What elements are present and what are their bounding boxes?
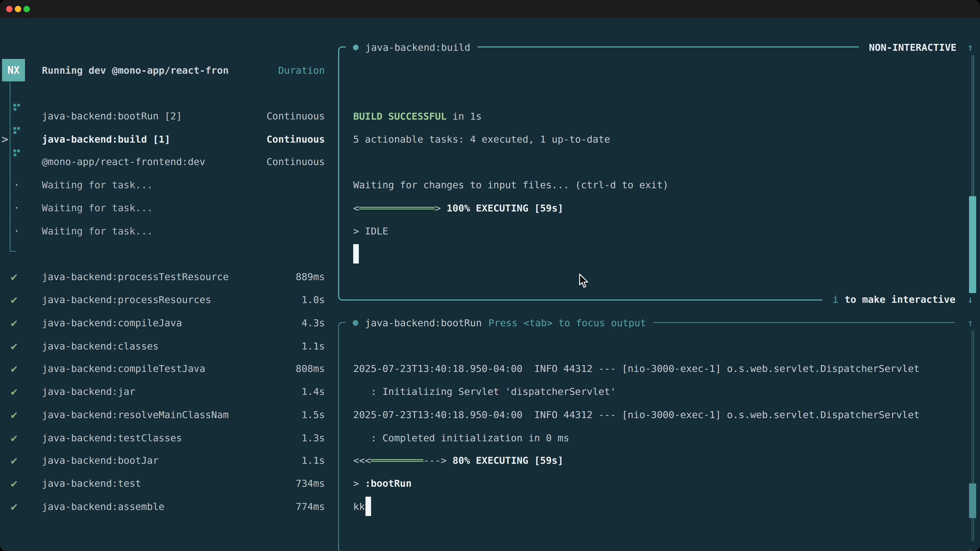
task-row[interactable]: java-backend:build [1]Continuous [42, 128, 325, 151]
close-window-button[interactable] [6, 6, 13, 12]
task-row[interactable]: Waiting for task... [42, 173, 325, 197]
task-duration: 889ms [296, 265, 325, 288]
tui-screen: NX Running dev @mono-app/react-fron Dura… [0, 18, 980, 551]
task-row[interactable]: @mono-app/react-frontend:devContinuous [42, 150, 325, 173]
bootrun-output-line: : Initializing Servlet 'dispatcherServle… [353, 380, 616, 403]
task-running-spinner-icon [13, 149, 21, 157]
task-duration: Continuous [266, 128, 325, 151]
interactive-hint-text: to make interactive [845, 294, 956, 305]
scroll-down-icon[interactable]: ↓ [965, 546, 975, 551]
task-row[interactable]: java-backend:assemble774ms [42, 495, 325, 518]
scroll-up-icon[interactable]: ↑ [965, 42, 975, 53]
non-interactive-badge: NON-INTERACTIVE [869, 42, 956, 53]
bootrun-output-segment: :bootRun [365, 478, 412, 489]
terminal-cursor [353, 244, 359, 264]
task-label: @mono-app/react-frontend:dev [42, 150, 205, 173]
bootrun-output-line: : Completed initialization in 0 ms [353, 427, 569, 449]
task-row[interactable]: java-backend:resolveMainClassNam1.5s [42, 403, 325, 426]
task-duration: 1.3s [301, 427, 325, 449]
task-label: java-backend:resolveMainClassNam [42, 403, 229, 426]
task-running-spinner-icon [13, 127, 21, 135]
task-success-check-icon: ✔ [11, 380, 18, 403]
task-row[interactable]: Waiting for task... [42, 220, 325, 243]
task-label: java-backend:bootJar [42, 449, 159, 472]
task-status-bullet-icon [353, 320, 358, 326]
scrollbar-thumb[interactable] [969, 483, 976, 518]
bootrun-output-segment: kk [353, 501, 365, 512]
task-label: java-backend:assemble [42, 495, 164, 518]
task-duration: 1.5s [301, 403, 325, 426]
pane-bootrun-title-text: java-backend:bootRun [365, 318, 482, 329]
task-success-check-icon: ✔ [11, 472, 18, 495]
mouse-cursor [578, 274, 589, 289]
task-label: java-backend:testClasses [42, 427, 182, 449]
task-row[interactable]: java-backend:testClasses1.3s [42, 427, 325, 449]
task-row[interactable]: java-backend:bootRun [2]Continuous [42, 105, 325, 127]
task-label: java-backend:classes [42, 335, 159, 358]
task-row[interactable]: java-backend:processResources1.0s [42, 288, 325, 311]
bootrun-output-line: 2025-07-23T13:40:18.950-04:00 INFO 44312… [353, 357, 920, 380]
build-output-segment: Waiting for changes to input files... (c… [353, 179, 668, 191]
pane-build-footer-hint: i to make interactive ↓ [822, 291, 977, 308]
window-titlebar[interactable] [0, 0, 980, 18]
bootrun-output-segment: > [353, 478, 365, 489]
task-duration: 1.0s [301, 288, 325, 311]
bootrun-output-line: 2025-07-23T13:40:18.950-04:00 INFO 44312… [353, 403, 920, 426]
pane-bootrun-title: java-backend:bootRun Press <tab> to focu… [345, 315, 653, 330]
nx-logo: NX [2, 59, 25, 81]
task-duration: 1.1s [301, 335, 325, 358]
build-output-line: 5 actionable tasks: 4 executed, 1 up-to-… [353, 128, 610, 151]
task-label: java-backend:compileTestJava [42, 357, 205, 380]
sidebar-header: Running dev @mono-app/react-fron Duratio… [42, 59, 325, 82]
minimize-window-button[interactable] [15, 6, 21, 12]
task-label: Waiting for task... [42, 197, 153, 219]
scrollbar-thumb[interactable] [969, 196, 976, 293]
bootrun-output-segment: 80% EXECUTING [59s] [452, 455, 563, 466]
task-running-spinner-icon [13, 104, 21, 111]
task-duration: Continuous [266, 150, 325, 173]
task-row[interactable]: Waiting for task... [42, 197, 325, 219]
task-row[interactable]: java-backend:classes1.1s [42, 335, 325, 358]
interactive-key[interactable]: i [832, 294, 838, 305]
focus-output-hint: Press <tab> to focus output [488, 318, 646, 329]
task-label: java-backend:build [1] [42, 128, 170, 151]
task-success-check-icon: ✔ [11, 449, 18, 472]
task-duration: 4.3s [301, 311, 325, 334]
build-output-segment: ═════════════ [359, 203, 435, 214]
bootrun-output-segment: ═════════ [371, 455, 423, 466]
scroll-up-icon[interactable]: ↑ [965, 318, 975, 329]
build-output-segment: < [353, 203, 359, 214]
task-success-check-icon: ✔ [11, 357, 18, 380]
task-label: java-backend:compileJava [42, 311, 182, 334]
duration-column-header: Duration [278, 59, 325, 82]
build-output-segment: 5 actionable tasks: 4 executed, 1 up-to-… [353, 134, 610, 145]
bootrun-output-line: kk [353, 495, 365, 518]
bootrun-output-segment: : Completed initialization in 0 ms [353, 432, 569, 444]
bootrun-output-segment: ---> [423, 455, 452, 466]
task-duration: 1.4s [301, 380, 325, 403]
maximize-window-button[interactable] [24, 6, 30, 12]
build-output-segment: 100% EXECUTING [59s] [447, 203, 563, 214]
scroll-down-icon[interactable]: ↓ [965, 294, 975, 305]
task-row[interactable]: java-backend:compileTestJava808ms [42, 357, 325, 380]
terminal-window: NX Running dev @mono-app/react-fron Dura… [0, 0, 980, 551]
task-row[interactable]: java-backend:test734ms [42, 472, 325, 495]
pane-build-title-text: java-backend:build [365, 42, 470, 53]
task-group-bracket [10, 81, 11, 252]
bootrun-output-line: <<<═════════---> 80% EXECUTING [59s] [353, 449, 563, 472]
task-row[interactable]: java-backend:processTestResource889ms [42, 265, 325, 288]
task-duration: 774ms [296, 495, 325, 518]
keybinding-hints: quit: q help: ? [42, 541, 325, 551]
task-label: java-backend:jar [42, 380, 135, 403]
build-output-segment: > IDLE [353, 225, 388, 237]
task-label: Waiting for task... [42, 173, 153, 197]
bootrun-output-segment: : Initializing Servlet 'dispatcherServle… [353, 386, 616, 397]
build-output-line: BUILD SUCCESSFUL in 1s [353, 105, 482, 128]
task-success-check-icon: ✔ [11, 427, 18, 449]
task-row[interactable]: java-backend:bootJar1.1s [42, 449, 325, 472]
task-row[interactable]: java-backend:compileJava4.3s [42, 311, 325, 334]
bootrun-output-line: > :bootRun [353, 472, 412, 495]
task-row[interactable]: java-backend:jar1.4s [42, 380, 325, 403]
task-success-check-icon: ✔ [11, 288, 18, 311]
pane-build-title: java-backend:build [346, 40, 477, 55]
